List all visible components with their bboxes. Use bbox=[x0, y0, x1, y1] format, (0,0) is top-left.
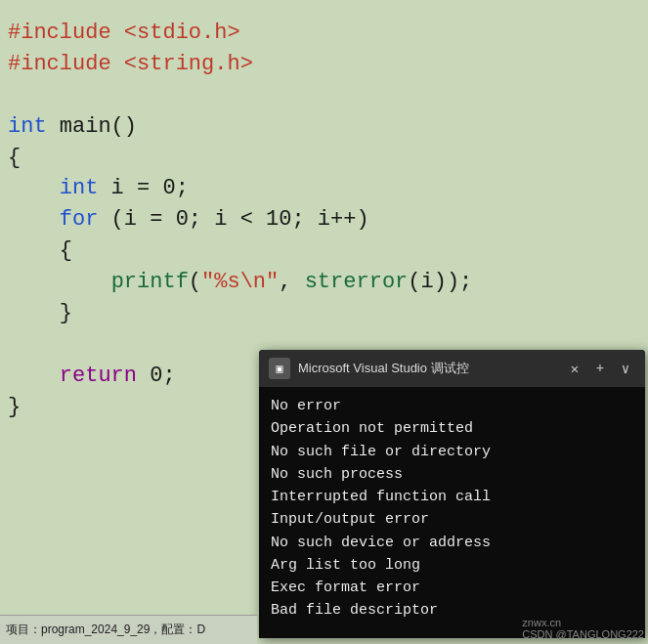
include-header-1: <stdio.h> bbox=[124, 21, 240, 45]
code-line-3 bbox=[8, 80, 648, 111]
console-titlebar: ▣ Microsoft Visual Studio 调试控 ✕ + ∨ bbox=[259, 350, 645, 387]
console-controls: ✕ + ∨ bbox=[565, 359, 635, 378]
int-keyword-2: int bbox=[60, 176, 99, 200]
code-line-6: int i = 0; bbox=[8, 173, 648, 204]
console-line-8: Exec format error bbox=[271, 577, 633, 599]
watermark: znwx.cn CSDN @TANGLONG222 bbox=[522, 617, 644, 640]
console-title: Microsoft Visual Studio 调试控 bbox=[298, 360, 565, 377]
code-line-1: #include <stdio.h> bbox=[8, 18, 648, 49]
console-add-btn[interactable]: + bbox=[590, 359, 610, 378]
console-line-6: No such device or address bbox=[271, 532, 633, 554]
include-keyword-2: #include bbox=[8, 52, 111, 76]
console-close-btn[interactable]: ✕ bbox=[565, 359, 584, 378]
console-body: No error Operation not permitted No such… bbox=[259, 387, 645, 638]
project-text: 项目：program_2024_9_29，配置：D bbox=[6, 622, 205, 638]
include-header-2: <string.h> bbox=[124, 52, 253, 76]
console-line-3: No such process bbox=[271, 463, 633, 486]
console-window: ▣ Microsoft Visual Studio 调试控 ✕ + ∨ No e… bbox=[259, 350, 645, 638]
console-menu-btn[interactable]: ∨ bbox=[616, 359, 635, 378]
return-keyword: return bbox=[60, 364, 137, 388]
code-line-9: printf("%s\n", strerror(i)); bbox=[8, 267, 648, 298]
code-line-4: int main() bbox=[8, 111, 648, 143]
printf-fn: printf bbox=[111, 270, 189, 294]
int-keyword: int bbox=[8, 114, 47, 139]
console-line-1: Operation not permitted bbox=[271, 417, 633, 440]
code-line-10: } bbox=[8, 298, 648, 329]
format-string: "%s\n" bbox=[201, 270, 279, 294]
console-line-2: No such file or directory bbox=[271, 441, 633, 463]
console-line-0: No error bbox=[271, 395, 633, 417]
watermark-site: znwx.cn bbox=[522, 617, 644, 628]
console-app-icon: ▣ bbox=[269, 358, 290, 379]
console-line-5: Input/output error bbox=[271, 508, 633, 531]
code-line-2: #include <string.h> bbox=[8, 49, 648, 80]
code-line-7: for (i = 0; i < 10; i++) bbox=[8, 204, 648, 236]
console-line-7: Arg list too long bbox=[271, 554, 633, 577]
console-line-4: Interrupted function call bbox=[271, 486, 633, 508]
strerror-fn: strerror bbox=[305, 270, 409, 294]
code-line-5: { bbox=[8, 143, 648, 174]
project-bar: 项目：program_2024_9_29，配置：D bbox=[0, 615, 257, 644]
include-keyword-1: #include bbox=[8, 21, 111, 45]
watermark-author: CSDN @TANGLONG222 bbox=[522, 628, 644, 640]
main-fn: main() bbox=[60, 114, 137, 139]
for-keyword: for bbox=[60, 207, 99, 232]
code-line-8: { bbox=[8, 236, 648, 267]
